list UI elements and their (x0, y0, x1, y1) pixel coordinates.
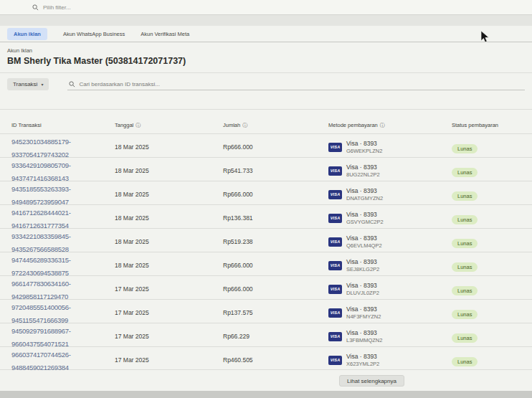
column-header-method: Metode pembayaran ⓘ (328, 122, 452, 128)
transaction-date: 18 Mar 2025 (115, 238, 223, 245)
transaction-amount: Rp666.000 (223, 191, 328, 198)
payment-method-label: Visa · 8393 (346, 234, 382, 242)
payment-reference: G6WEKPLZN2 (346, 148, 382, 154)
payment-method-label: Visa · 8393 (346, 140, 382, 147)
payment-method-label: Visa · 8393 (346, 187, 383, 194)
account-type-label: Akun Iklan (7, 47, 186, 54)
transaction-date: 17 Mar 2025 (115, 285, 223, 293)
payment-reference: SEJ8KLG2P2 (346, 266, 379, 273)
chevron-down-icon: ▾ (41, 82, 43, 87)
payment-method-label: Visa · 8393 (346, 329, 382, 336)
visa-icon: VISA (328, 356, 342, 365)
table-row: 9660374170744526-9488459021269384 17 Mar… (0, 346, 532, 370)
status-badge: Lunas (452, 239, 478, 248)
payment-method-cell: VISA Visa · 8393 Q6EVLM4QP2 (328, 234, 452, 249)
visa-icon: VISA (328, 214, 342, 223)
transaction-id-link[interactable]: 9474456289336315-9722430694538875 (11, 256, 71, 277)
search-icon (69, 81, 75, 87)
payment-method-label: Visa · 8393 (346, 164, 380, 171)
payment-reference: Q6EVLM4QP2 (346, 242, 382, 249)
dropdown-label: Transaksi (13, 81, 37, 87)
transaction-amount: Rp666.000 (223, 143, 328, 151)
status-badge: Lunas (452, 286, 478, 295)
transaction-id-link[interactable]: 9334221083359845-9435267566588528 (11, 232, 71, 253)
payment-method-cell: VISA Visa · 8393 8UG22NL2P2 (328, 164, 452, 178)
transaction-type-dropdown[interactable]: Transaksi ▾ (7, 78, 49, 90)
account-title: BM Sherly Tika Master (503814172071737) (7, 56, 186, 66)
filters-row: Transaksi ▾ Cari berdasarkan ID transaks… (7, 78, 525, 90)
show-more-button[interactable]: Lihat selengkapnya (339, 375, 404, 387)
transaction-date: 18 Mar 2025 (115, 214, 223, 222)
payment-method-cell: VISA Visa · 8393 X623YML2P2 (328, 353, 452, 367)
payment-reference: 8UG22NL2P2 (346, 171, 380, 178)
payment-reference: GSVYGMC2P2 (346, 219, 384, 225)
tab-akun-iklan[interactable]: Akun iklan (7, 28, 47, 40)
transaction-amount: Rp460.505 (223, 356, 328, 364)
status-badge: Lunas (452, 168, 478, 177)
transaction-id-link[interactable]: 9435185553263393-9494895723959047 (11, 185, 71, 206)
table-row: 9452301034885179-9337054179743202 18 Mar… (0, 133, 532, 157)
column-header-status: Status pembayaran (452, 122, 532, 128)
tab-akun-whatsapp-business[interactable]: Akun WhatsApp Business (63, 31, 125, 37)
status-badge: Lunas (452, 262, 478, 272)
table-body: 9452301034885179-9337054179743202 18 Mar… (0, 133, 532, 370)
visa-icon: VISA (328, 285, 342, 294)
transaction-date: 17 Mar 2025 (115, 309, 223, 316)
tab-bar: Akun iklan Akun WhatsApp Business Akun V… (0, 26, 532, 42)
transaction-amount: Rp541.733 (223, 167, 328, 174)
payment-method-label: Visa · 8393 (346, 258, 379, 265)
transaction-id-link[interactable]: 9416712628444021-9416712631777354 (11, 209, 71, 229)
payment-method-cell: VISA Visa · 8393 N4F3FMYZN2 (328, 305, 452, 320)
status-badge: Lunas (452, 215, 478, 224)
payment-reference: L3FBMMQZN2 (346, 337, 382, 343)
transaction-amount: Rp666.000 (223, 262, 328, 269)
payment-method-label: Visa · 8393 (346, 282, 379, 289)
visa-icon: VISA (328, 261, 342, 270)
payment-method-cell: VISA Visa · 8393 GSVYGMC2P2 (328, 211, 452, 225)
status-badge: Lunas (452, 310, 478, 319)
tab-akun-verifikasi-meta[interactable]: Akun Verifikasi Meta (141, 31, 189, 37)
table-row: 9416712628444021-9416712631777354 18 Mar… (0, 204, 532, 228)
transaction-amount: Rp519.238 (223, 238, 328, 245)
column-header-amount: Jumlah ⓘ (223, 122, 328, 128)
transaction-amount: Rp136.381 (223, 214, 328, 222)
transaction-amount: Rp137.575 (223, 309, 328, 316)
transaction-id-link[interactable]: 9452301034885179-9337054179743202 (11, 138, 71, 158)
table-row: 9720485551400056-9451155471666399 17 Mar… (0, 299, 532, 323)
transaction-id-link[interactable]: 9336429109805709-9437471416368143 (11, 161, 71, 182)
account-header: Akun Iklan BM Sherly Tika Master (503814… (7, 47, 186, 66)
column-header-id: ID Transaksi (11, 122, 115, 128)
payment-method-label: Visa · 8393 (346, 211, 384, 218)
payment-reference: DLUVJL0ZP2 (346, 290, 379, 296)
table-row: 9450929791688967-9660437554071521 17 Mar… (0, 323, 532, 346)
status-badge: Lunas (452, 333, 478, 343)
transaction-date: 18 Mar 2025 (115, 191, 223, 198)
visa-icon: VISA (328, 190, 342, 199)
transaction-id-link[interactable]: 9661477830634160-9429858117129470 (11, 280, 71, 300)
visa-icon: VISA (328, 332, 342, 341)
transaction-search-placeholder: Cari berdasarkan ID transaksi... (79, 81, 160, 87)
search-icon (32, 4, 39, 11)
payment-reference: DNATGMYZN2 (346, 195, 383, 202)
transaction-id-link[interactable]: 9660374170744526-9488459021269384 (11, 351, 71, 371)
info-icon[interactable]: ⓘ (380, 123, 385, 128)
screen-bottom-edge (0, 391, 532, 398)
visa-icon: VISA (328, 308, 342, 318)
mouse-cursor (480, 30, 490, 44)
transaction-date: 17 Mar 2025 (115, 333, 223, 340)
payment-method-cell: VISA Visa · 8393 DLUVJL0ZP2 (328, 282, 452, 296)
payment-method-label: Visa · 8393 (346, 305, 381, 313)
table-header: ID Transaksi Tanggal ⓘ Jumlah ⓘ Metode p… (0, 112, 532, 133)
global-filter-bar[interactable]: Pilih filter... (0, 0, 532, 15)
visa-icon: VISA (328, 143, 342, 152)
payment-method-label: Visa · 8393 (346, 353, 379, 360)
payment-method-cell: VISA Visa · 8393 DNATGMYZN2 (328, 187, 452, 202)
transaction-id-link[interactable]: 9720485551400056-9451155471666399 (11, 303, 71, 324)
table-row: 9661477830634160-9429858117129470 17 Mar… (0, 275, 532, 299)
info-icon[interactable]: ⓘ (242, 123, 247, 128)
transaction-date: 18 Mar 2025 (115, 167, 223, 174)
status-badge: Lunas (452, 191, 478, 201)
transaction-search-input[interactable]: Cari berdasarkan ID transaksi... (67, 78, 525, 90)
info-icon[interactable]: ⓘ (136, 123, 141, 128)
transaction-id-link[interactable]: 9450929791688967-9660437554071521 (11, 327, 71, 348)
